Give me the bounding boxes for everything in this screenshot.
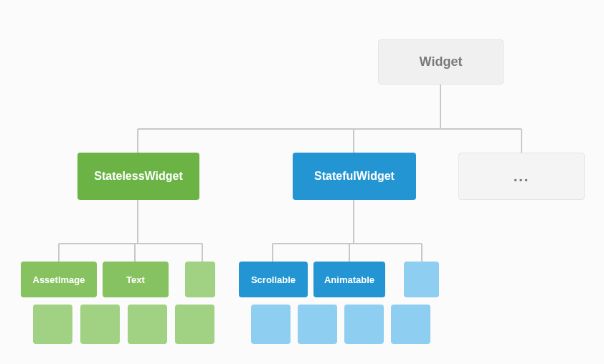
node-asset-image: AssetImage xyxy=(21,262,97,297)
node-widget-root: Widget xyxy=(378,39,504,85)
node-stateful-widget: StatefulWidget xyxy=(293,153,416,200)
placeholder-green-sq-3 xyxy=(128,305,167,344)
node-label: StatelessWidget xyxy=(94,170,182,183)
node-stateless-blank-child xyxy=(185,262,215,297)
node-label: Scrollable xyxy=(251,274,296,285)
node-scrollable: Scrollable xyxy=(239,262,308,297)
node-more-widgets: ... xyxy=(458,153,585,200)
node-label: Widget xyxy=(420,54,463,70)
placeholder-blue-sq-4 xyxy=(391,305,430,344)
placeholder-blue-sq-3 xyxy=(344,305,384,344)
node-animatable: Animatable xyxy=(313,262,385,297)
ellipsis-label: ... xyxy=(514,168,530,185)
node-stateless-widget: StatelessWidget xyxy=(77,153,199,200)
placeholder-green-sq-4 xyxy=(175,305,214,344)
node-label: StatefulWidget xyxy=(314,170,395,183)
node-label: Text xyxy=(126,274,145,285)
node-text: Text xyxy=(103,262,169,297)
placeholder-blue-sq-2 xyxy=(298,305,337,344)
placeholder-green-sq-2 xyxy=(80,305,120,344)
placeholder-green-sq-1 xyxy=(33,305,72,344)
node-label: Animatable xyxy=(324,274,374,285)
node-stateful-blank-child xyxy=(404,262,439,297)
node-label: AssetImage xyxy=(33,274,85,285)
placeholder-blue-sq-1 xyxy=(251,305,291,344)
